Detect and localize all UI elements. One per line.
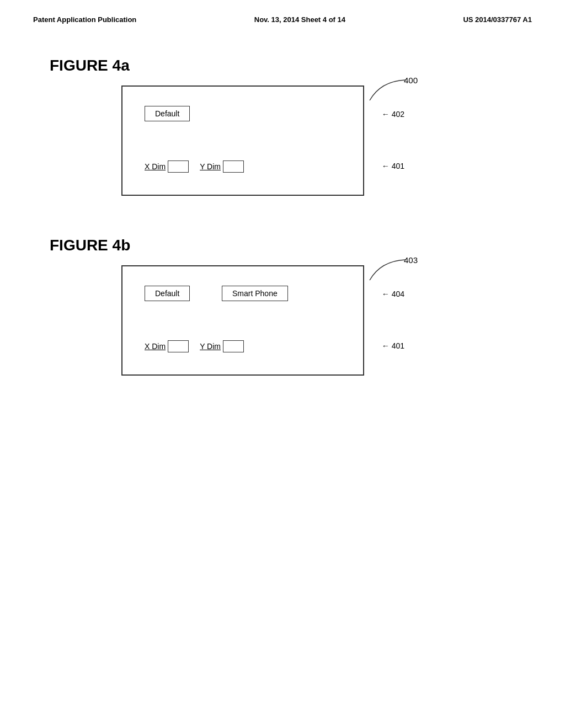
figure-4a-label: FIGURE 4a: [50, 57, 565, 74]
figure-4b-ydim-label: Y Dim: [200, 342, 221, 351]
figure-4b-label: FIGURE 4b: [50, 237, 565, 254]
figure-4a-section: FIGURE 4a Default ← 402 X Dim Y Dim ← 40…: [0, 57, 565, 198]
figure-4b-arrow-401: ← 401: [382, 341, 404, 350]
figure-4a-arrow-402: ← 402: [382, 110, 404, 119]
figure-4a-callout: 400: [364, 76, 425, 108]
figure-4b-diagram: Default Smart Phone ← 404 X Dim Y Dim ← …: [121, 265, 364, 376]
figure-4b-callout-svg: 403: [364, 255, 425, 286]
figure-4a-dim-row: X Dim Y Dim: [145, 160, 255, 173]
figure-4b-dim-row: X Dim Y Dim: [145, 340, 255, 352]
figure-4a-ydim-label: Y Dim: [200, 162, 221, 171]
figure-4a-diagram: Default ← 402 X Dim Y Dim ← 401 400: [121, 85, 364, 196]
figure-4a-arrow-401: ← 401: [382, 162, 404, 170]
figure-4b-default-button[interactable]: Default: [145, 286, 190, 301]
header-center: Nov. 13, 2014 Sheet 4 of 14: [254, 15, 345, 24]
figure-4b-xdim-input[interactable]: [168, 340, 189, 352]
page-header: Patent Application Publication Nov. 13, …: [0, 0, 565, 24]
figure-4b-section: FIGURE 4b Default Smart Phone ← 404 X Di…: [0, 237, 565, 378]
figure-4a-callout-svg: 400: [364, 76, 425, 106]
figure-4b-smart-phone-box[interactable]: Smart Phone: [222, 286, 288, 301]
figure-4a-ydim-input[interactable]: [223, 160, 244, 173]
figure-4b-callout-number: 403: [404, 255, 418, 265]
figure-4b-ydim-input[interactable]: [223, 340, 244, 352]
figure-4a-default-button[interactable]: Default: [145, 106, 190, 121]
figure-4b-arrow-404: ← 404: [382, 290, 404, 298]
figure-4a-xdim-input[interactable]: [168, 160, 189, 173]
figure-4b-callout: 403: [364, 255, 425, 288]
figure-4b-xdim-label: X Dim: [145, 342, 166, 351]
header-left: Patent Application Publication: [33, 15, 136, 24]
header-right: US 2014/0337767 A1: [463, 15, 532, 24]
figure-4b-dialog-box: Default Smart Phone ← 404 X Dim Y Dim ← …: [121, 265, 364, 376]
figure-4a-callout-number: 400: [404, 76, 418, 85]
figure-4a-dialog-box: Default ← 402 X Dim Y Dim ← 401: [121, 85, 364, 196]
figure-4a-xdim-label: X Dim: [145, 162, 166, 171]
